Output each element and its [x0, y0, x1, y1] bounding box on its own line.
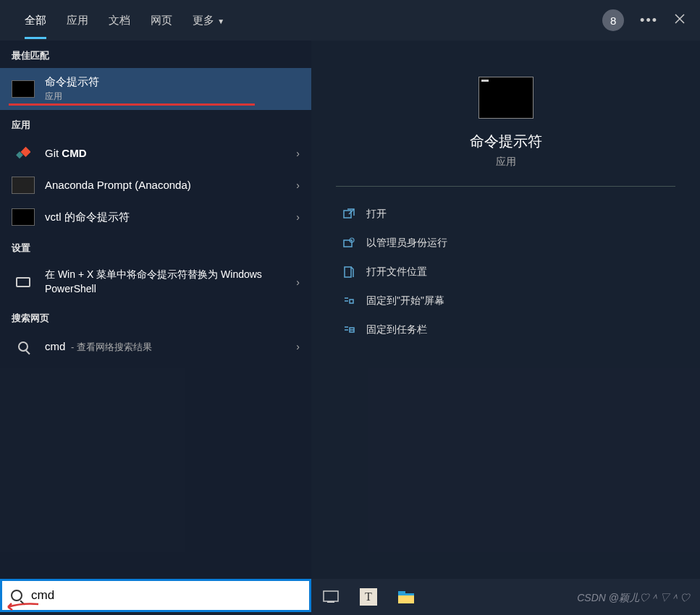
pin-taskbar-icon: [342, 323, 356, 337]
action-open[interactable]: 打开: [336, 200, 675, 229]
svg-rect-7: [327, 601, 334, 603]
monitor-icon: [16, 277, 30, 287]
result-anaconda-prompt[interactable]: Anaconda Prompt (Anaconda) ›: [0, 169, 311, 201]
taskbar-app-t[interactable]: T: [359, 588, 378, 606]
svg-rect-6: [324, 591, 338, 601]
chevron-right-icon: ›: [296, 148, 300, 159]
svg-rect-5: [345, 267, 351, 277]
result-setting-winx[interactable]: 在 Win + X 菜单中将命令提示符替换为 Windows PowerShel…: [0, 260, 311, 303]
action-pin-taskbar[interactable]: 固定到任务栏: [336, 315, 675, 344]
result-title: Git CMD: [45, 147, 87, 159]
rewards-badge[interactable]: 8: [602, 9, 624, 31]
tab-web[interactable]: 网页: [140, 2, 182, 39]
action-pin-start[interactable]: 固定到"开始"屏幕: [336, 287, 675, 315]
svg-rect-3: [344, 240, 352, 247]
settings-header: 设置: [0, 233, 311, 260]
result-title: 命令提示符: [45, 75, 300, 89]
admin-icon: [342, 236, 356, 250]
result-title: vctl 的命令提示符: [45, 211, 130, 223]
result-title: 在 Win + X 菜单中将命令提示符替换为 Windows PowerShel…: [45, 268, 262, 294]
apps-header: 应用: [0, 110, 311, 137]
chevron-right-icon: ›: [296, 341, 300, 352]
tab-all[interactable]: 全部: [14, 2, 56, 39]
web-header: 搜索网页: [0, 303, 311, 331]
action-open-location[interactable]: 打开文件位置: [336, 258, 675, 287]
result-vctl-cmd[interactable]: vctl 的命令提示符 ›: [0, 201, 311, 233]
result-title: Anaconda Prompt (Anaconda): [45, 179, 191, 191]
tab-docs[interactable]: 文档: [98, 2, 140, 39]
divider: [336, 186, 675, 187]
annotation-arrow: [4, 601, 40, 611]
search-tabs: 全部 应用 文档 网页 更多 ▼ 8 •••: [0, 0, 700, 41]
taskview-icon[interactable]: [321, 588, 340, 606]
result-web-cmd[interactable]: cmd - 查看网络搜索结果 ›: [0, 331, 311, 362]
git-icon: [12, 145, 35, 162]
chevron-right-icon: ›: [296, 276, 300, 288]
result-title: cmd - 查看网络搜索结果: [45, 340, 152, 352]
annotation-underline: [9, 103, 255, 106]
terminal-icon: [12, 177, 35, 194]
result-git-cmd[interactable]: Git CMD ›: [0, 137, 311, 169]
result-cmd-best[interactable]: 命令提示符 应用: [0, 68, 311, 110]
tab-apps[interactable]: 应用: [56, 2, 98, 39]
action-run-admin[interactable]: 以管理员身份运行: [336, 229, 675, 258]
search-icon: [18, 342, 28, 352]
svg-rect-10: [398, 593, 414, 595]
search-icon: [11, 590, 22, 601]
watermark: CSDN @颖儿♡＾▽＾♡: [577, 592, 690, 605]
tab-more[interactable]: 更多 ▼: [182, 2, 235, 39]
cmd-icon: [12, 80, 35, 98]
search-input[interactable]: [31, 588, 300, 603]
result-subtitle: 应用: [45, 90, 300, 103]
close-icon[interactable]: [674, 13, 686, 27]
chevron-right-icon: ›: [296, 211, 300, 223]
results-panel: 最佳匹配 命令提示符 应用 应用 Git CMD › Anaconda Prom…: [0, 41, 311, 579]
pin-start-icon: [342, 294, 356, 308]
preview-panel: 命令提示符 应用 打开 以管理员身份运行 打开文件位置 固定到"开始"屏幕 固定…: [311, 41, 700, 579]
best-match-header: 最佳匹配: [0, 41, 311, 68]
preview-subtitle: 应用: [336, 156, 675, 169]
chevron-right-icon: ›: [296, 179, 300, 191]
cmd-icon: [12, 208, 35, 226]
options-icon[interactable]: •••: [640, 13, 658, 28]
search-box[interactable]: [0, 579, 311, 612]
preview-app-icon: [478, 77, 534, 119]
open-icon: [342, 207, 356, 221]
taskbar-explorer[interactable]: [397, 588, 416, 606]
svg-rect-2: [344, 211, 351, 218]
preview-title: 命令提示符: [336, 132, 675, 151]
folder-icon: [342, 265, 356, 279]
